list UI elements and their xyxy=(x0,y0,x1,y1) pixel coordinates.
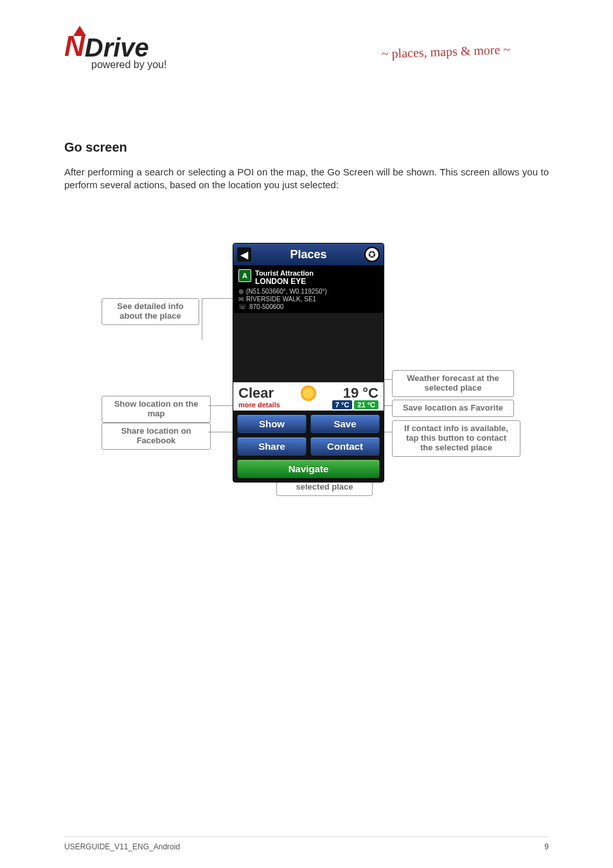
ndrive-logo: N Drive powered by you! xyxy=(64,32,166,71)
poi-coords: (N51.503660°, W0.119250°) xyxy=(246,288,327,295)
logo-letter-n: N xyxy=(64,32,85,60)
save-button[interactable]: Save xyxy=(310,414,380,433)
more-details-link[interactable]: more details xyxy=(238,401,280,409)
titlebar: ◀ Places ✪ xyxy=(233,244,384,265)
weather-panel[interactable]: Clear 19 °C more details 7 °C 21 °C xyxy=(233,382,384,411)
map-preview xyxy=(233,313,384,382)
globe-button[interactable]: ✪ xyxy=(364,247,380,262)
go-screen-figure: See detailed infoabout the place Show lo… xyxy=(64,243,549,513)
poi-address: RIVERSIDE WALK, SE1 xyxy=(246,296,316,303)
weather-temp: 19 °C xyxy=(343,385,378,402)
phone-icon: ☏ xyxy=(238,303,247,310)
temp-high-chip: 21 °C xyxy=(354,400,378,409)
sun-icon xyxy=(301,385,316,401)
mail-icon: ✉ xyxy=(238,296,244,303)
navigate-button[interactable]: Navigate xyxy=(237,459,380,478)
page-number: 9 xyxy=(544,842,549,851)
callout-show: Show location on themap xyxy=(102,396,211,423)
share-button[interactable]: Share xyxy=(237,437,306,456)
callout-save: Save location as Favorite xyxy=(392,400,514,417)
back-arrow-icon: ◀ xyxy=(240,249,248,261)
page-header: N Drive powered by you! ~ places, maps &… xyxy=(64,32,549,71)
section-title: Go screen xyxy=(64,140,127,155)
globe-icon: ✪ xyxy=(368,249,376,260)
page-footer: USERGUIDE_V11_ENG_Android 9 xyxy=(64,837,549,851)
poi-name: LONDON EYE xyxy=(255,277,314,286)
phone-screenshot: ◀ Places ✪ A Tourist Attraction LONDON E… xyxy=(233,243,384,483)
logo-tagline: powered by you! xyxy=(91,59,166,71)
action-buttons: Show Save Share Contact Navigate xyxy=(233,411,384,482)
doc-id: USERGUIDE_V11_ENG_Android xyxy=(64,842,180,851)
logo-word-drive: Drive xyxy=(85,35,149,60)
temp-low-chip: 7 °C xyxy=(332,400,353,409)
callout-share: Share location onFacebook xyxy=(102,423,211,450)
poi-phone: 870-500600 xyxy=(249,303,283,310)
callout-weather: Weather forecast at theselected place xyxy=(392,370,514,397)
screen-title: Places xyxy=(290,248,326,261)
target-icon: ⊕ xyxy=(238,288,244,295)
show-button[interactable]: Show xyxy=(237,414,306,433)
poi-info-block[interactable]: A Tourist Attraction LONDON EYE ⊕(N51.50… xyxy=(233,265,384,313)
header-doodle: ~ places, maps & more ~ xyxy=(342,28,549,74)
section-body: After performing a search or selecting a… xyxy=(64,166,549,192)
weather-condition: Clear xyxy=(238,385,274,402)
callout-contact: If contact info is available,tap this bu… xyxy=(392,420,520,457)
contact-button[interactable]: Contact xyxy=(310,437,380,456)
poi-category-icon: A xyxy=(238,269,251,282)
back-button[interactable]: ◀ xyxy=(237,247,251,261)
poi-category-label: Tourist Attraction xyxy=(255,269,314,277)
callout-detail: See detailed infoabout the place xyxy=(102,298,199,325)
